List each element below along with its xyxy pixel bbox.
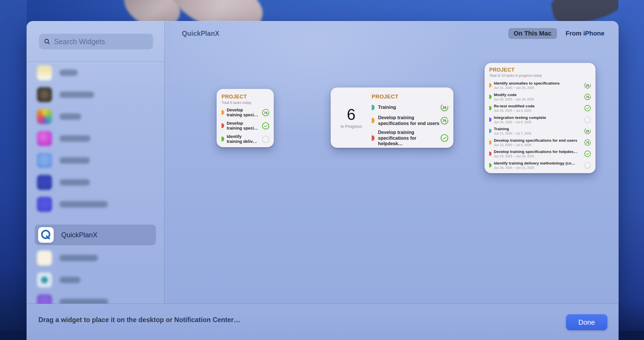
task-text: Modify codeJun 26, 2025 ~ Jun 29, 2025 bbox=[494, 93, 534, 101]
task-title: Training bbox=[378, 104, 396, 110]
svg-text:75: 75 bbox=[586, 95, 589, 98]
task-title: Develop trainingspecifications for end u… bbox=[378, 115, 440, 126]
progress-badge: 75 bbox=[440, 117, 448, 125]
sidebar-item-blurred-app[interactable] bbox=[27, 128, 164, 150]
task-row: Identify anomalies to specificationsJun … bbox=[489, 80, 591, 91]
quickplanx-app-icon bbox=[38, 227, 54, 243]
progress-badge: 25 bbox=[584, 82, 591, 89]
svg-text:75: 75 bbox=[586, 141, 589, 144]
tealdot-app-icon bbox=[37, 272, 52, 287]
task-list: Developtraining speci… 75Developtraining… bbox=[222, 108, 269, 144]
blurred-app-name bbox=[59, 179, 90, 186]
photos-app-icon bbox=[37, 109, 52, 124]
task-row: Identify training delivery methodology (… bbox=[489, 160, 591, 171]
page-title: QuickPlanX bbox=[182, 30, 219, 38]
task-status-dot bbox=[489, 129, 492, 133]
task-title: Developtraining speci… bbox=[227, 108, 258, 117]
task-status-dot bbox=[222, 137, 224, 141]
sidebar-item-blurred-app[interactable] bbox=[27, 106, 164, 128]
task-row: Modify codeJun 26, 2025 ~ Jun 29, 2025 7… bbox=[489, 91, 591, 103]
sidebar-item-blurred-app[interactable] bbox=[27, 84, 164, 106]
task-text: Developtraining speci… bbox=[227, 121, 258, 131]
tab-from-iphone[interactable]: From iPhone bbox=[566, 30, 604, 37]
task-row: Integration testing completeJun 26, 2025… bbox=[489, 114, 591, 126]
check-badge bbox=[440, 134, 448, 142]
search-field[interactable] bbox=[39, 34, 153, 49]
blurred-app-name bbox=[59, 113, 81, 120]
task-row: Develop trainingspecifications for helpd… bbox=[372, 130, 448, 147]
tab-on-this-mac[interactable]: On This Mac bbox=[508, 28, 557, 39]
task-title: Identify training delivery methodology (… bbox=[494, 161, 575, 166]
task-text: Identifytraining deliv… bbox=[227, 134, 257, 144]
blurred-app-name bbox=[59, 277, 80, 283]
sidebar-item-blurred-app[interactable] bbox=[27, 291, 164, 304]
done-button[interactable]: Done bbox=[566, 314, 607, 330]
purple-app-icon bbox=[37, 294, 52, 304]
widget-header: PROJECT bbox=[489, 67, 591, 73]
task-title: Develop training specifications for help… bbox=[494, 150, 578, 154]
task-title: Re-test modified code bbox=[494, 104, 535, 109]
task-status-dot bbox=[222, 110, 224, 115]
task-row: TrainingJun 21, 2025 ~ Jul 7, 2025 25 bbox=[489, 125, 591, 137]
task-row: Develop training specifications for end … bbox=[489, 137, 591, 148]
in-progress-count: 6 bbox=[347, 107, 355, 122]
task-status-dot bbox=[372, 135, 375, 141]
cream2-app-icon bbox=[37, 251, 52, 266]
task-text: Developtraining speci… bbox=[227, 108, 258, 117]
check-badge bbox=[584, 150, 591, 157]
source-tabs: On This Mac From iPhone bbox=[508, 28, 604, 39]
widget-gallery-panel: QuickPlanX QuickPlanX On This Mac From i… bbox=[27, 21, 619, 340]
task-row: Develop training specifications for help… bbox=[489, 148, 591, 160]
task-date-range: Jun 21, 2025 ~ Jun 25, 2025 bbox=[494, 86, 560, 89]
progress-summary: 6 In Progress bbox=[331, 87, 372, 148]
in-progress-label: In Progress bbox=[340, 124, 362, 129]
svg-text:25: 25 bbox=[586, 84, 589, 87]
task-date-range: Jun 26, 2025 ~ Jul 3, 2025 bbox=[494, 109, 535, 112]
sidebar: QuickPlanX bbox=[27, 21, 164, 304]
widget-header: PROJECT bbox=[222, 94, 269, 100]
task-title: Training bbox=[494, 127, 531, 131]
sidebar-item-blurred-app[interactable] bbox=[27, 247, 164, 269]
task-title: Identifytraining deliv… bbox=[227, 134, 257, 144]
task-title: Identify anomalies to specifications bbox=[494, 81, 560, 86]
task-title: Modify code bbox=[494, 93, 534, 97]
svg-text:75: 75 bbox=[442, 119, 446, 123]
widget-header: PROJECT bbox=[372, 94, 448, 100]
sidebar-apps-bottom bbox=[27, 247, 164, 304]
task-text: Develop training specifications for help… bbox=[494, 150, 578, 158]
empty-badge bbox=[262, 135, 269, 143]
task-status-dot bbox=[489, 163, 492, 167]
dark-app-icon bbox=[37, 87, 52, 102]
blurred-app-name bbox=[59, 299, 108, 304]
sidebar-item-quickplanx[interactable]: QuickPlanX bbox=[35, 225, 156, 245]
sidebar-item-blurred-app[interactable] bbox=[27, 269, 164, 291]
task-title: Develop training specifications for end … bbox=[494, 138, 577, 143]
sidebar-item-blurred-app[interactable] bbox=[27, 62, 164, 84]
task-status-dot bbox=[489, 140, 492, 145]
widget-preview-medium[interactable]: 6 In Progress PROJECT Training 25Develop… bbox=[331, 87, 453, 148]
svg-text:25: 25 bbox=[442, 106, 446, 110]
task-row: Identifytraining deliv… bbox=[222, 134, 269, 144]
sidebar-item-blurred-app[interactable] bbox=[27, 171, 164, 193]
task-text: Integration testing completeJun 26, 2025… bbox=[494, 115, 546, 124]
bottom-bar: Drag a widget to place it on the desktop… bbox=[27, 304, 619, 340]
task-status-dot bbox=[489, 95, 492, 99]
sidebar-item-blurred-app[interactable] bbox=[27, 150, 164, 171]
sidebar-main-divider bbox=[164, 21, 165, 304]
sidebar-item-blurred-app[interactable] bbox=[27, 193, 164, 215]
task-row: Develop trainingspecifications for end u… bbox=[372, 115, 448, 126]
blurred-app-name bbox=[59, 255, 98, 261]
sidebar-item-label: QuickPlanX bbox=[61, 231, 97, 239]
task-date-range: Jun 26, 2025 ~ Jun 29, 2025 bbox=[494, 98, 534, 101]
svg-text:25: 25 bbox=[586, 130, 589, 133]
drag-hint-text: Drag a widget to place it on the desktop… bbox=[38, 316, 240, 324]
widget-subtitle: Total of 10 tasks in progress today bbox=[489, 74, 591, 78]
task-status-dot bbox=[489, 152, 492, 156]
widget-preview-large[interactable]: PROJECT Total of 10 tasks in progress to… bbox=[485, 63, 595, 173]
search-input[interactable] bbox=[39, 34, 153, 49]
task-title: Developtraining speci… bbox=[227, 121, 258, 131]
cream-app-icon bbox=[37, 65, 52, 80]
widget-preview-small[interactable]: PROJECT Total 5 tasks today Developtrain… bbox=[217, 89, 274, 147]
progress-badge: 25 bbox=[440, 103, 448, 111]
pink-app-icon bbox=[37, 131, 52, 146]
